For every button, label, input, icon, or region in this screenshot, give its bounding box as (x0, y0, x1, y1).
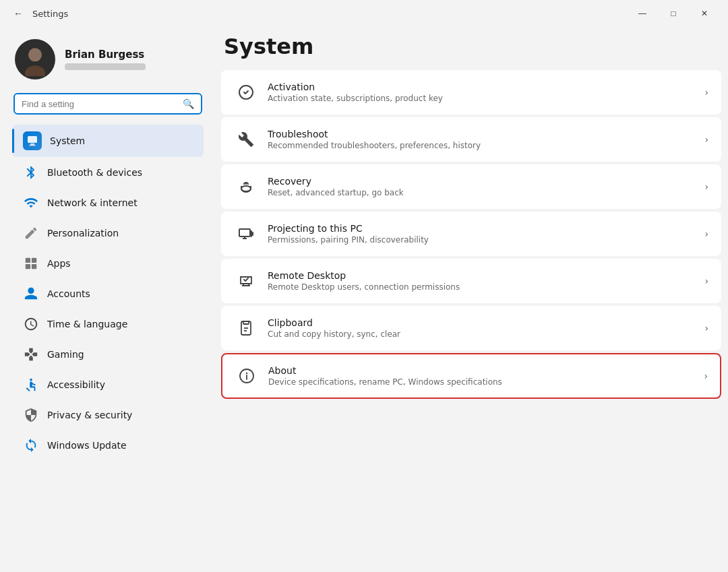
sidebar-item-windows-update[interactable]: Windows Update (12, 431, 204, 460)
sidebar-item-system-label: System (50, 135, 85, 146)
troubleshoot-text: Troubleshoot Recommended troubleshooters… (268, 129, 704, 150)
minimize-button[interactable]: — (627, 3, 658, 24)
sidebar-item-privacy[interactable]: Privacy & security (12, 400, 204, 430)
svg-rect-7 (26, 264, 30, 269)
sidebar-item-privacy-label: Privacy & security (47, 410, 132, 420)
sidebar-item-accounts-label: Accounts (47, 288, 90, 299)
sidebar-item-personalization-label: Personalization (47, 228, 119, 239)
search-icon: 🔍 (183, 98, 194, 109)
remote-desktop-text: Remote Desktop Remote Desktop users, con… (268, 270, 704, 292)
sidebar-item-network[interactable]: Network & internet (12, 188, 204, 218)
about-icon (235, 364, 259, 388)
sidebar-item-time[interactable]: Time & language (12, 309, 204, 339)
sidebar-item-accounts[interactable]: Accounts (12, 279, 204, 309)
privacy-icon (23, 407, 39, 423)
sidebar-item-bluetooth-label: Bluetooth & devices (47, 167, 142, 178)
main-content: System Activation Activation state, subs… (214, 27, 721, 565)
recovery-chevron: › (704, 181, 708, 192)
svg-rect-6 (32, 258, 36, 263)
user-name: Brian Burgess (65, 49, 146, 61)
settings-list: Activation Activation state, subscriptio… (221, 70, 721, 399)
remote-desktop-icon (234, 269, 258, 293)
search-box[interactable]: 🔍 (13, 93, 202, 115)
apps-icon (23, 255, 39, 272)
svg-point-1 (25, 65, 45, 76)
clipboard-text: Clipboard Cut and copy history, sync, cl… (268, 317, 704, 339)
troubleshoot-title: Troubleshoot (268, 129, 704, 139)
settings-item-recovery[interactable]: Recovery Reset, advanced startup, go bac… (221, 164, 721, 209)
recovery-text: Recovery Reset, advanced startup, go bac… (268, 176, 704, 197)
projecting-desc: Permissions, pairing PIN, discoverabilit… (268, 235, 704, 245)
windows-update-icon (23, 437, 39, 453)
app-title: Settings (32, 9, 627, 19)
time-icon (23, 316, 39, 332)
troubleshoot-icon (234, 127, 258, 152)
remote-desktop-title: Remote Desktop (268, 270, 704, 281)
titlebar: ← Settings — □ ✕ (0, 0, 728, 27)
activation-chevron: › (704, 87, 708, 98)
user-section: Brian Burgess (7, 32, 209, 93)
app-body: Brian Burgess 🔍 System (0, 27, 728, 572)
clipboard-chevron: › (704, 323, 708, 333)
window-controls: — □ ✕ (627, 3, 720, 24)
settings-item-clipboard[interactable]: Clipboard Cut and copy history, sync, cl… (221, 306, 721, 350)
activation-desc: Activation state, subscriptions, product… (268, 94, 704, 103)
settings-item-about[interactable]: About Device specifications, rename PC, … (221, 353, 721, 399)
projecting-icon (234, 222, 258, 246)
activation-title: Activation (268, 82, 704, 92)
clipboard-title: Clipboard (268, 317, 704, 328)
avatar (15, 39, 55, 80)
clipboard-icon (234, 316, 258, 340)
back-button[interactable]: ← (8, 3, 28, 24)
sidebar-item-bluetooth[interactable]: Bluetooth & devices (12, 158, 204, 187)
svg-rect-4 (29, 145, 36, 146)
troubleshoot-desc: Recommended troubleshooters, preferences… (268, 141, 704, 150)
bluetooth-icon (23, 164, 39, 181)
svg-point-0 (28, 48, 42, 61)
about-title: About (268, 365, 704, 376)
activation-text: Activation Activation state, subscriptio… (268, 82, 704, 103)
remote-desktop-chevron: › (704, 276, 708, 286)
svg-rect-13 (239, 229, 250, 236)
settings-item-troubleshoot[interactable]: Troubleshoot Recommended troubleshooters… (221, 117, 721, 162)
projecting-chevron: › (704, 228, 708, 239)
settings-item-activation[interactable]: Activation Activation state, subscriptio… (221, 70, 721, 115)
sidebar-item-gaming-label: Gaming (47, 349, 84, 360)
sidebar-item-gaming[interactable]: Gaming (12, 340, 204, 369)
svg-rect-8 (32, 264, 36, 269)
sidebar-item-personalization[interactable]: Personalization (12, 218, 204, 248)
close-button[interactable]: ✕ (689, 3, 720, 24)
system-icon (23, 131, 42, 150)
maximize-button[interactable]: □ (658, 3, 689, 24)
about-desc: Device specifications, rename PC, Window… (268, 377, 704, 387)
clipboard-desc: Cut and copy history, sync, clear (268, 329, 704, 339)
accounts-icon (23, 286, 39, 302)
svg-rect-2 (28, 136, 37, 143)
sidebar-item-time-label: Time & language (47, 319, 127, 329)
about-text: About Device specifications, rename PC, … (268, 365, 704, 387)
page-title: System (221, 34, 721, 59)
nav-list: System Bluetooth & devices Network & int… (7, 124, 209, 461)
sidebar-item-accessibility-label: Accessibility (47, 379, 105, 390)
activation-icon (234, 80, 258, 104)
gaming-icon (23, 346, 39, 362)
sidebar-item-system[interactable]: System (12, 125, 204, 157)
settings-item-projecting[interactable]: Projecting to this PC Permissions, pairi… (221, 212, 721, 256)
network-icon (23, 195, 39, 211)
user-subtitle-bar (65, 63, 146, 70)
sidebar-item-network-label: Network & internet (47, 197, 138, 208)
sidebar-item-accessibility[interactable]: Accessibility (12, 370, 204, 400)
accessibility-icon (23, 377, 39, 393)
recovery-icon (234, 174, 258, 199)
svg-point-9 (30, 379, 32, 381)
troubleshoot-chevron: › (704, 134, 708, 145)
about-chevron: › (704, 371, 708, 381)
sidebar-item-apps[interactable]: Apps (12, 249, 204, 278)
svg-rect-3 (30, 144, 34, 145)
recovery-desc: Reset, advanced startup, go back (268, 188, 704, 197)
svg-rect-16 (243, 321, 249, 324)
recovery-title: Recovery (268, 176, 704, 187)
settings-item-remote-desktop[interactable]: Remote Desktop Remote Desktop users, con… (221, 259, 721, 303)
sidebar: Brian Burgess 🔍 System (7, 27, 209, 565)
search-input[interactable] (22, 99, 179, 109)
